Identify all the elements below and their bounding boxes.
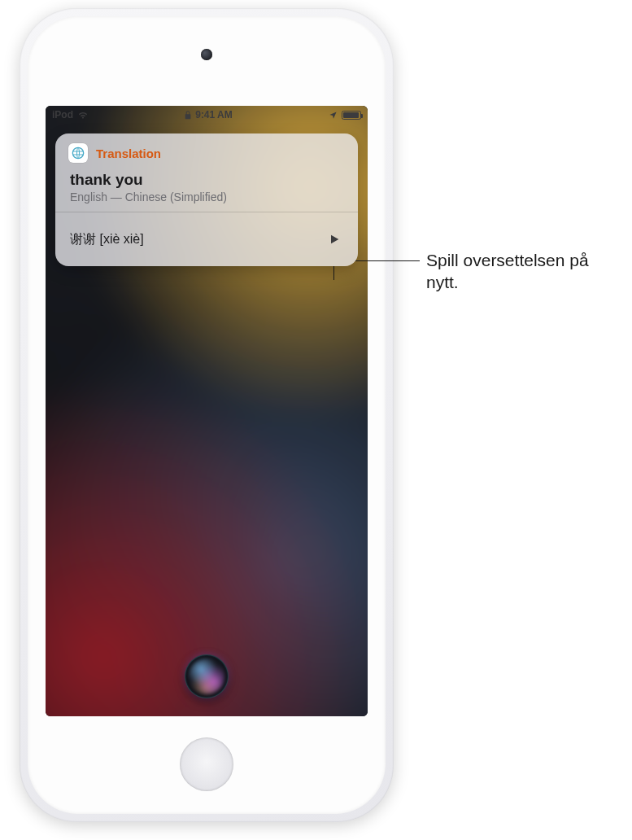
lock-icon <box>185 111 191 120</box>
language-pair-label: English — Chinese (Simplified) <box>70 190 343 203</box>
status-center: 9:41 AM <box>185 109 233 120</box>
status-bar: iPod 9:41 AM <box>46 106 368 124</box>
translated-text: 谢谢 [xiè xiè] <box>70 231 144 248</box>
siri-orb-button[interactable] <box>185 654 229 698</box>
status-right <box>329 111 361 120</box>
wifi-icon <box>77 111 89 119</box>
play-icon <box>328 233 341 246</box>
home-button[interactable] <box>180 737 233 791</box>
device-bezel: iPod 9:41 AM <box>28 16 386 814</box>
play-translation-button[interactable] <box>320 225 348 253</box>
card-header: Translation <box>55 133 358 168</box>
clock-label: 9:41 AM <box>195 109 233 120</box>
card-body: thank you English — Chinese (Simplified) <box>55 168 358 212</box>
front-camera <box>201 49 212 60</box>
carrier-label: iPod <box>52 109 73 120</box>
source-phrase: thank you <box>70 171 343 189</box>
status-left: iPod <box>52 109 89 120</box>
callout-text: Spill oversettelsen på nytt. <box>426 249 621 294</box>
translation-app-icon <box>68 143 88 163</box>
battery-icon <box>342 111 361 120</box>
screen: iPod 9:41 AM <box>46 106 368 716</box>
device-frame: iPod 9:41 AM <box>20 8 394 822</box>
battery-fill <box>343 112 359 118</box>
location-icon <box>329 111 338 120</box>
card-footer: 谢谢 [xiè xiè] <box>55 212 358 266</box>
card-title: Translation <box>96 147 161 160</box>
translation-card[interactable]: Translation thank you English — Chinese … <box>55 133 358 266</box>
svg-point-0 <box>72 147 83 158</box>
device-camera-area <box>201 49 212 60</box>
